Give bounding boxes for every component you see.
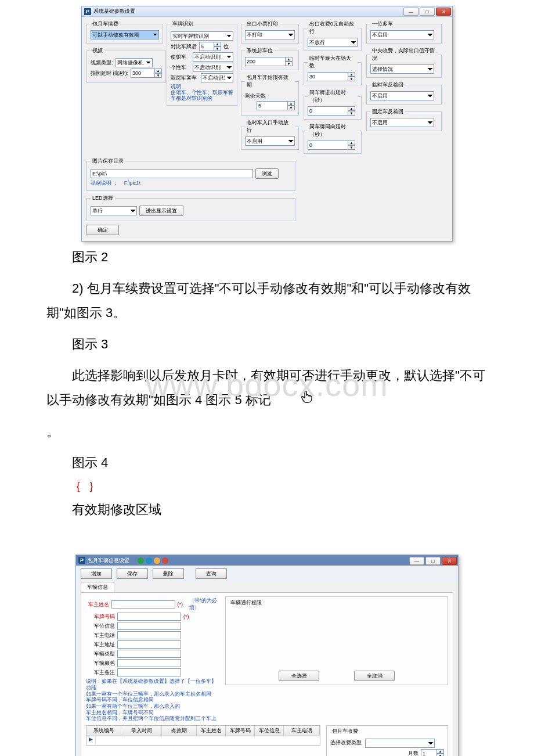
table-body[interactable]: ▶ bbox=[86, 736, 320, 746]
fee-type-select[interactable] bbox=[365, 739, 435, 748]
ok-button[interactable]: 确定 bbox=[86, 225, 119, 235]
phone-input[interactable] bbox=[117, 631, 181, 639]
spin-up[interactable]: ▲ bbox=[348, 141, 355, 145]
plate-personal-select[interactable]: 不启动识别 bbox=[193, 63, 233, 72]
paragraph-2-end: 。 bbox=[46, 420, 488, 444]
permission-group: 车辆通行权限 全选择 全取消 bbox=[225, 596, 448, 685]
max-days-group: 临时车最大在场天数 ▲▼ bbox=[304, 55, 362, 85]
spin-up[interactable]: ▲ bbox=[288, 101, 295, 106]
plate-mode-select[interactable]: 实时车牌软识别 bbox=[171, 31, 233, 41]
plate-inspect-select[interactable]: 不启动识别 bbox=[193, 52, 233, 62]
th-owner: 车主姓名 bbox=[197, 726, 226, 736]
app-icon-2: P bbox=[78, 557, 85, 564]
paragraph-1: 2) 包月车续费设置可选择"不可以手动修改有效期"和"可以手动修改有效期"如图示… bbox=[46, 276, 488, 325]
plate-inspect-label: 使馆车 bbox=[171, 53, 190, 61]
minimize-button[interactable]: — bbox=[403, 8, 418, 16]
slot-input[interactable] bbox=[117, 622, 181, 630]
add-button[interactable]: 增加 bbox=[81, 568, 112, 579]
temp-loop-select[interactable]: 不启用 bbox=[370, 91, 434, 100]
spin-down[interactable]: ▼ bbox=[214, 46, 221, 51]
ticket-select[interactable]: 不打印 bbox=[245, 30, 295, 39]
video-type-select[interactable]: 网络摄像机 bbox=[116, 58, 153, 67]
inout-delay-group: 同车牌进出延时（秒） ▲▼ bbox=[304, 89, 362, 120]
owner-name-input[interactable] bbox=[111, 600, 175, 609]
multi-car-legend: 一位多车 bbox=[370, 20, 395, 28]
table-header: 系统编号 录入时间 有效期 车主姓名 车牌号码 车位信息 车主电话 bbox=[86, 725, 320, 736]
addr-input[interactable] bbox=[117, 640, 181, 649]
pic-example-label: 举例说明 ： bbox=[91, 180, 118, 186]
maximize-button[interactable]: □ bbox=[420, 8, 435, 16]
pic-path-legend: 图片保存目录 bbox=[91, 157, 125, 165]
close-button[interactable]: ✕ bbox=[436, 8, 451, 16]
spin-down[interactable]: ▼ bbox=[348, 111, 355, 116]
plate-compare-input[interactable] bbox=[199, 42, 214, 51]
spin-up[interactable]: ▲ bbox=[437, 749, 444, 754]
browse-button[interactable]: 浏览 bbox=[255, 168, 279, 179]
asterisk-2: (*) bbox=[183, 614, 189, 620]
inout-delay-input[interactable] bbox=[308, 106, 348, 116]
car-color-input[interactable] bbox=[117, 659, 181, 667]
manual-in-select[interactable]: 不启用 bbox=[245, 136, 295, 146]
manual-in-group: 临时车入口手动放行 不启用 bbox=[241, 119, 299, 150]
slot-label: 车位信息 bbox=[86, 622, 115, 630]
monthly-fee-legend: 包月车收费 bbox=[330, 728, 360, 735]
same-delay-group: 同车牌同向延时（秒） ▲▼ bbox=[304, 123, 362, 154]
spin-down[interactable]: ▼ bbox=[155, 73, 162, 78]
spin-up[interactable]: ▲ bbox=[348, 106, 355, 111]
caption-figure-2: 图示 2 bbox=[72, 249, 488, 266]
same-delay-input[interactable] bbox=[308, 141, 348, 150]
th-slot: 车位信息 bbox=[255, 726, 284, 736]
remark-label: 车主备注 bbox=[86, 669, 115, 676]
remark-input[interactable] bbox=[117, 668, 181, 676]
spin-up[interactable]: ▲ bbox=[155, 69, 162, 73]
save-button[interactable]: 保存 bbox=[117, 568, 148, 579]
maximize-button-2[interactable]: □ bbox=[425, 557, 441, 565]
led-select[interactable]: 单行 bbox=[91, 206, 137, 215]
dialog2-title: 包月车辆信息设置 bbox=[88, 557, 129, 564]
car-type-input[interactable] bbox=[117, 650, 181, 658]
led-display-button[interactable]: 进出显示设置 bbox=[139, 206, 183, 216]
capture-delay-input[interactable] bbox=[131, 69, 155, 78]
close-button-2[interactable]: ✕ bbox=[442, 557, 457, 565]
spin-up[interactable]: ▲ bbox=[214, 42, 221, 46]
central-fee-select[interactable]: 选择情况 bbox=[370, 64, 434, 74]
temp-loop-group: 临时车反着回 不启用 bbox=[366, 81, 442, 105]
fixed-loop-legend: 固定车反着回 bbox=[370, 108, 405, 116]
video-legend: 视频 bbox=[91, 47, 104, 55]
spin-down[interactable]: ▼ bbox=[348, 77, 355, 81]
caption-figure-4: 图示 4 bbox=[72, 454, 488, 471]
prealert-input[interactable] bbox=[257, 101, 288, 110]
select-none-button[interactable]: 全取消 bbox=[354, 671, 395, 681]
plate-input[interactable] bbox=[117, 613, 181, 621]
prealert-legend: 包月车开始报有效期 bbox=[245, 74, 295, 89]
months-label: 月数 bbox=[408, 750, 418, 756]
pic-path-input[interactable] bbox=[91, 169, 253, 178]
select-all-button[interactable]: 全选择 bbox=[279, 671, 319, 681]
months-input[interactable] bbox=[421, 749, 437, 756]
spin-down[interactable]: ▼ bbox=[286, 62, 293, 66]
prealert-label: 剩余天数 bbox=[245, 92, 266, 100]
minimize-button-2[interactable]: — bbox=[409, 557, 424, 565]
spin-down[interactable]: ▼ bbox=[437, 754, 444, 756]
form-note: 说明：如果在【系统基础参数设置】选择了【一位多车】功能 如果一家有一个车位三辆车… bbox=[86, 678, 219, 721]
total-slots-input[interactable] bbox=[245, 57, 286, 66]
query-button[interactable]: 查询 bbox=[196, 568, 227, 579]
max-days-input[interactable] bbox=[308, 72, 348, 81]
max-days-legend: 临时车最大在场天数 bbox=[308, 55, 358, 70]
fixed-loop-select[interactable]: 不启用 bbox=[370, 118, 434, 127]
multi-car-select[interactable]: 不启用 bbox=[370, 30, 434, 39]
spin-down[interactable]: ▼ bbox=[348, 145, 355, 150]
monthly-renew-select[interactable]: 可以手动修改有效期 bbox=[91, 30, 159, 39]
manual-in-legend: 临时车入口手动放行 bbox=[245, 119, 295, 134]
monthly-fee-group: 包月车收费 选择收费类型 月数 ▲▼ bbox=[326, 725, 448, 756]
row-pointer-icon: ▶ bbox=[86, 736, 96, 745]
spin-up[interactable]: ▲ bbox=[348, 72, 355, 77]
tab-vehicle-info[interactable]: 车辆信息 bbox=[81, 582, 114, 592]
plate-military-select[interactable]: 不启动识别 bbox=[201, 73, 233, 82]
dialog1-titlebar: P 系统基础参数设置 — □ ✕ bbox=[82, 6, 452, 17]
delete-button[interactable]: 删除 bbox=[153, 568, 184, 579]
dialog2-titlebar: P 包月车辆信息设置 — □ ✕ bbox=[76, 555, 458, 566]
zero-fee-select[interactable]: 不放行 bbox=[308, 38, 358, 47]
spin-up[interactable]: ▲ bbox=[286, 57, 293, 62]
spin-down[interactable]: ▼ bbox=[288, 106, 295, 110]
